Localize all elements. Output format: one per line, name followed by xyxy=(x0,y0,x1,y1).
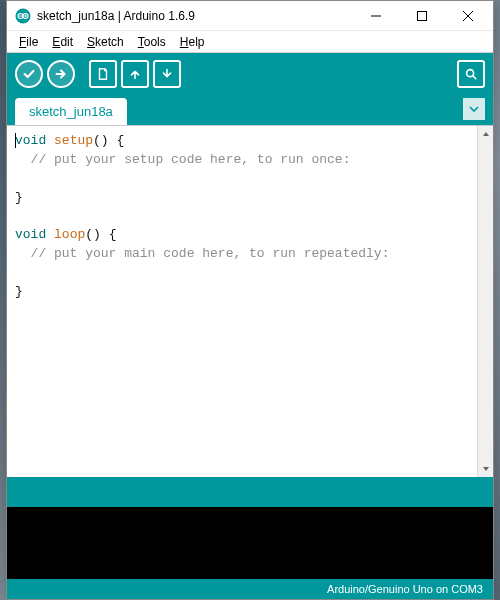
minimize-button[interactable] xyxy=(353,1,399,31)
status-strip xyxy=(7,477,493,507)
serial-monitor-button[interactable] xyxy=(457,60,485,88)
toolbar xyxy=(7,53,493,95)
maximize-button[interactable] xyxy=(399,1,445,31)
upload-button[interactable] xyxy=(47,60,75,88)
menu-help[interactable]: Help xyxy=(174,33,211,51)
menu-sketch[interactable]: Sketch xyxy=(81,33,130,51)
verify-button[interactable] xyxy=(15,60,43,88)
board-port-label: Arduino/Genuino Uno on COM3 xyxy=(327,583,483,595)
open-sketch-button[interactable] xyxy=(121,60,149,88)
footer: Arduino/Genuino Uno on COM3 xyxy=(7,579,493,599)
vertical-scrollbar[interactable] xyxy=(477,126,493,477)
close-button[interactable] xyxy=(445,1,491,31)
menu-edit[interactable]: Edit xyxy=(46,33,79,51)
scroll-up-icon[interactable] xyxy=(478,126,493,142)
window-title: sketch_jun18a | Arduino 1.6.9 xyxy=(37,9,353,23)
output-console[interactable] xyxy=(7,507,493,579)
save-sketch-button[interactable] xyxy=(153,60,181,88)
app-window: sketch_jun18a | Arduino 1.6.9 File Edit … xyxy=(6,0,494,600)
tabstrip: sketch_jun18a xyxy=(7,95,493,125)
titlebar: sketch_jun18a | Arduino 1.6.9 xyxy=(7,1,493,31)
menubar: File Edit Sketch Tools Help xyxy=(7,31,493,53)
tab-sketch[interactable]: sketch_jun18a xyxy=(15,98,127,125)
scroll-down-icon[interactable] xyxy=(478,461,493,477)
tab-dropdown-button[interactable] xyxy=(463,98,485,120)
svg-rect-7 xyxy=(418,11,427,20)
svg-line-11 xyxy=(473,76,476,79)
menu-file[interactable]: File xyxy=(13,33,44,51)
code-editor[interactable]: void setup() { // put your setup code he… xyxy=(7,125,493,477)
code-area[interactable]: void setup() { // put your setup code he… xyxy=(7,126,477,477)
menu-tools[interactable]: Tools xyxy=(132,33,172,51)
arduino-logo-icon xyxy=(15,8,31,24)
new-sketch-button[interactable] xyxy=(89,60,117,88)
